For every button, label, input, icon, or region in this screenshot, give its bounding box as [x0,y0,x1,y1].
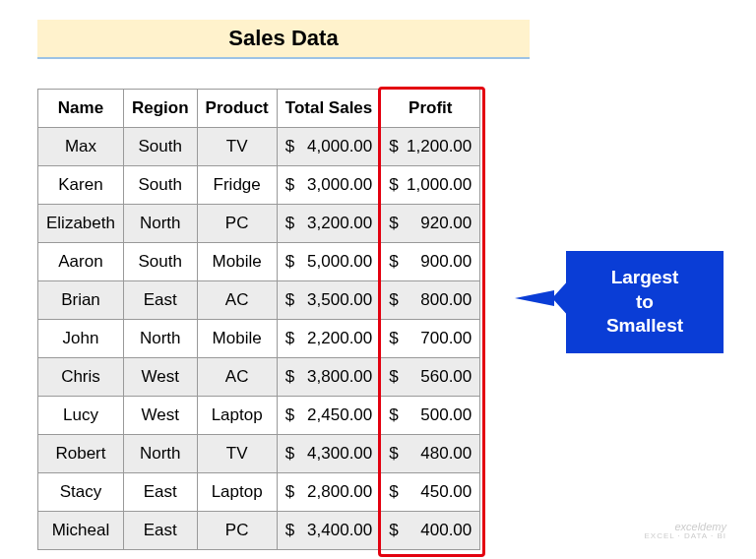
currency-value: $800.00 [389,290,472,310]
cell-region: East [123,512,197,550]
currency-value: $480.00 [389,444,472,464]
cell-total-sales: $2,800.00 [277,473,381,512]
cell-profit: $560.00 [381,358,480,397]
table-row: StacyEastLaptop$2,800.00$450.00 [38,473,480,512]
cell-region: South [123,166,197,205]
cell-name: Robert [38,435,124,473]
currency-value: $2,200.00 [285,329,373,348]
page-title: Sales Data [37,20,530,59]
cell-profit: $920.00 [381,205,480,243]
cell-name: Micheal [38,512,124,550]
cell-product: Mobile [197,243,277,281]
table-row: KarenSouthFridge$3,000.00$1,000.00 [38,166,480,205]
cell-product: AC [197,281,277,320]
currency-value: $3,200.00 [285,214,373,233]
currency-value: $700.00 [389,329,472,348]
cell-total-sales: $3,200.00 [277,205,381,243]
currency-value: $3,800.00 [285,367,373,387]
cell-region: North [123,435,197,473]
cell-total-sales: $4,300.00 [277,435,381,473]
cell-total-sales: $4,000.00 [277,128,381,166]
cell-profit: $1,000.00 [381,166,480,205]
currency-value: $2,800.00 [285,482,373,502]
cell-product: TV [197,435,277,473]
cell-product: Laptop [197,473,277,512]
currency-value: $3,000.00 [285,175,373,195]
table-row: JohnNorthMobile$2,200.00$700.00 [38,320,480,358]
cell-total-sales: $3,000.00 [277,166,381,205]
cell-name: John [38,320,124,358]
cell-profit: $400.00 [381,512,480,550]
col-region: Region [123,90,197,128]
callout-arrow-icon [515,290,554,306]
cell-name: Chris [38,358,124,397]
watermark-line: EXCEL · DATA · BI [644,532,726,541]
table-row: RobertNorthTV$4,300.00$480.00 [38,435,480,473]
currency-value: $560.00 [389,367,472,387]
currency-value: $1,000.00 [389,175,472,195]
table-row: MichealEastPC$3,400.00$400.00 [38,512,480,550]
currency-value: $900.00 [389,252,472,272]
cell-region: West [123,358,197,397]
cell-region: West [123,397,197,435]
table-row: LucyWestLaptop$2,450.00$500.00 [38,397,480,435]
cell-profit: $1,200.00 [381,128,480,166]
callout: Largest to Smallest [566,251,724,353]
cell-total-sales: $2,200.00 [277,320,381,358]
col-name: Name [38,90,124,128]
callout-line: Largest [581,266,709,290]
callout-line: to [581,290,709,315]
cell-total-sales: $3,800.00 [277,358,381,397]
cell-profit: $480.00 [381,435,480,473]
cell-region: South [123,128,197,166]
cell-region: East [123,281,197,320]
col-product: Product [197,90,277,128]
cell-total-sales: $3,500.00 [277,281,381,320]
watermark: exceldemy EXCEL · DATA · BI [644,521,726,541]
cell-profit: $500.00 [381,397,480,435]
currency-value: $3,400.00 [285,521,373,540]
cell-name: Max [38,128,124,166]
currency-value: $1,200.00 [389,137,472,156]
cell-profit: $450.00 [381,473,480,512]
cell-name: Elizabeth [38,205,124,243]
callout-arrow-icon [552,279,570,318]
cell-profit: $800.00 [381,281,480,320]
cell-region: East [123,473,197,512]
cell-name: Aaron [38,243,124,281]
currency-value: $5,000.00 [285,252,373,272]
cell-profit: $700.00 [381,320,480,358]
currency-value: $4,300.00 [285,444,373,464]
cell-product: PC [197,205,277,243]
table-container: Name Region Product Total Sales Profit M… [37,89,480,550]
cell-name: Karen [38,166,124,205]
cell-name: Lucy [38,397,124,435]
currency-value: $500.00 [389,405,472,425]
cell-name: Stacy [38,473,124,512]
table-row: ElizabethNorthPC$3,200.00$920.00 [38,205,480,243]
table-row: MaxSouthTV$4,000.00$1,200.00 [38,128,480,166]
currency-value: $450.00 [389,482,472,502]
cell-product: TV [197,128,277,166]
cell-region: North [123,320,197,358]
table-row: AaronSouthMobile$5,000.00$900.00 [38,243,480,281]
col-profit: Profit [381,90,480,128]
col-total-sales: Total Sales [277,90,381,128]
callout-line: Smallest [581,314,709,339]
table-row: ChrisWestAC$3,800.00$560.00 [38,358,480,397]
currency-value: $920.00 [389,214,472,233]
callout-box: Largest to Smallest [566,251,724,353]
cell-product: AC [197,358,277,397]
cell-product: Fridge [197,166,277,205]
cell-region: North [123,205,197,243]
cell-total-sales: $3,400.00 [277,512,381,550]
cell-name: Brian [38,281,124,320]
cell-profit: $900.00 [381,243,480,281]
cell-product: Laptop [197,397,277,435]
table-row: BrianEastAC$3,500.00$800.00 [38,281,480,320]
cell-product: Mobile [197,320,277,358]
currency-value: $400.00 [389,521,472,540]
header-row: Name Region Product Total Sales Profit [38,90,480,128]
currency-value: $2,450.00 [285,405,373,425]
sales-table: Name Region Product Total Sales Profit M… [37,89,480,550]
